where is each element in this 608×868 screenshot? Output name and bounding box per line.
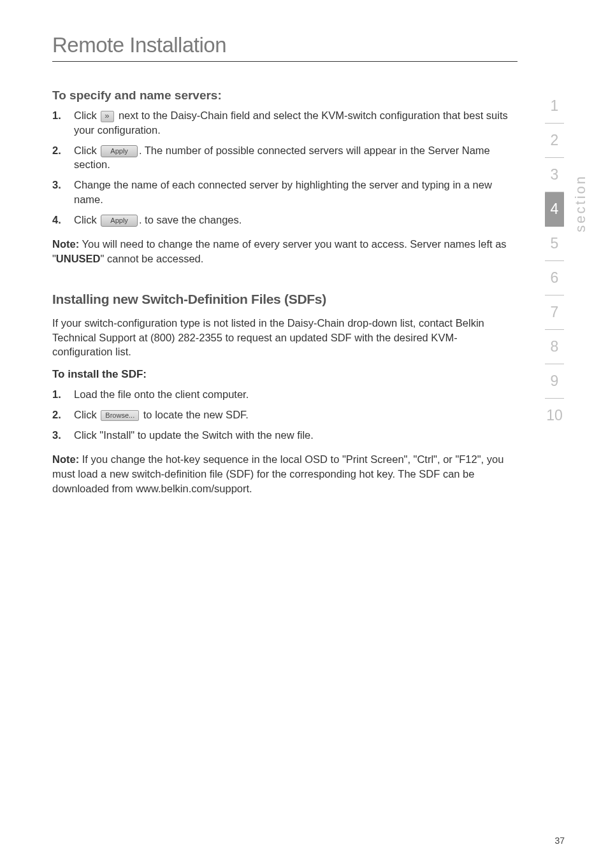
section-tab-9: 9 xyxy=(545,364,564,399)
item-text: Change the name of each connected server… xyxy=(74,178,518,207)
list-item: 4. Click Apply. to save the changes. xyxy=(52,213,518,227)
page-number: 37 xyxy=(554,836,565,846)
chevron-icon xyxy=(101,111,114,122)
item-text: Load the file onto the client computer. xyxy=(74,387,249,402)
list-item: 3. Change the name of each connected ser… xyxy=(52,178,518,207)
list-item: 2. Click Browse... to locate the new SDF… xyxy=(52,408,518,422)
title-rule xyxy=(52,61,518,62)
specify-servers-list: 1. Click next to the Daisy-Chain field a… xyxy=(52,108,518,227)
item-number: 1. xyxy=(52,108,64,123)
list-item: 1. Load the file onto the client compute… xyxy=(52,387,518,402)
list-item: 2. Click Apply. The number of possible c… xyxy=(52,143,518,173)
section-tab-2: 2 xyxy=(545,124,564,158)
item-text-post: . to save the changes. xyxy=(139,214,242,225)
item-number: 3. xyxy=(52,428,64,443)
item-text-pre: Click xyxy=(74,214,99,225)
page-title: Remote Installation xyxy=(52,33,518,57)
item-text-pre: Click xyxy=(74,409,99,420)
list-item: 3. Click "Install" to update the Switch … xyxy=(52,428,518,443)
sdf-intro: If your switch-configuration type is not… xyxy=(52,316,518,359)
apply-button-image: Apply xyxy=(101,215,138,227)
section-tab-6: 6 xyxy=(545,261,564,295)
item-text-post: next to the Daisy-Chain field and select… xyxy=(74,110,508,136)
item-text-pre: Click xyxy=(74,145,99,156)
section-tab-4: 4 xyxy=(545,192,564,227)
install-sdf-heading: To install the SDF: xyxy=(52,368,518,381)
item-number: 4. xyxy=(52,213,64,227)
note-text-2: Note: If you change the hot-key sequence… xyxy=(52,452,518,495)
note-body-3: If you change the hot-key sequence in th… xyxy=(52,453,503,494)
item-number: 3. xyxy=(52,178,64,192)
note-unused: UNUSED xyxy=(56,253,101,264)
sdf-heading: Installing new Switch-Definition Files (… xyxy=(52,292,518,307)
section-tabs: 1 2 3 4 5 6 7 8 9 10 xyxy=(538,89,571,432)
section-tab-8: 8 xyxy=(545,330,564,364)
item-text-pre: Click xyxy=(74,110,99,121)
section-tab-10: 10 xyxy=(545,399,564,432)
specify-servers-heading: To specify and name servers: xyxy=(52,89,518,103)
list-item: 1. Click next to the Daisy-Chain field a… xyxy=(52,108,518,138)
section-label: section xyxy=(572,174,589,232)
section-tab-1: 1 xyxy=(545,89,564,124)
item-number: 2. xyxy=(52,408,64,422)
section-tab-3: 3 xyxy=(545,158,564,192)
item-number: 1. xyxy=(52,387,64,402)
browse-button-image: Browse... xyxy=(101,410,139,421)
section-tab-5: 5 xyxy=(545,227,564,261)
item-text-post: to locate the new SDF. xyxy=(140,409,249,420)
item-text: Click "Install" to update the Switch wit… xyxy=(74,428,314,443)
install-sdf-list: 1. Load the file onto the client compute… xyxy=(52,387,518,442)
note-label-2: Note: xyxy=(52,453,79,465)
note-label: Note: xyxy=(52,238,79,250)
note-body-2: " cannot be accessed. xyxy=(101,253,204,264)
item-number: 2. xyxy=(52,143,64,158)
note-text: Note: You will need to change the name o… xyxy=(52,237,518,266)
section-tab-7: 7 xyxy=(545,295,564,330)
apply-button-image: Apply xyxy=(101,145,138,157)
